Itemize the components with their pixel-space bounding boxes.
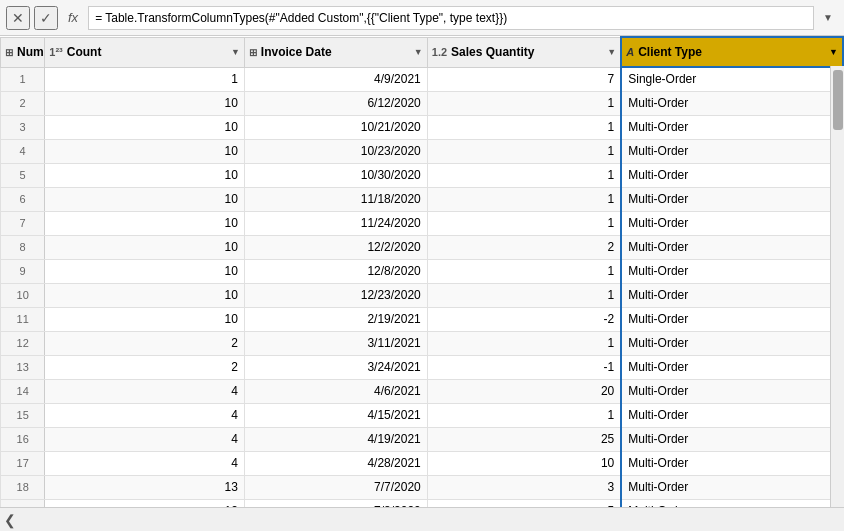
table-row: 91012/8/20201Multi-Order (1, 259, 844, 283)
date-cell: 2/19/2021 (244, 307, 427, 331)
table-row: 1223/11/20211Multi-Order (1, 331, 844, 355)
row-number: 15 (1, 403, 45, 427)
row-number: 16 (1, 427, 45, 451)
table-row: 1323/24/2021-1Multi-Order (1, 355, 844, 379)
col-sales-dropdown[interactable]: ▼ (607, 47, 616, 57)
sales-cell: 10 (427, 451, 621, 475)
header-row: ⊞ Num ▼ 1²³ Count ▼ (1, 37, 844, 67)
date-cell: 4/19/2021 (244, 427, 427, 451)
sales-cell: 1 (427, 331, 621, 355)
table-row: 71011/24/20201Multi-Order (1, 211, 844, 235)
date-cell: 3/24/2021 (244, 355, 427, 379)
row-number: 1 (1, 67, 45, 91)
col-header-num: ⊞ Num ▼ (1, 37, 45, 67)
count-cell: 10 (45, 283, 245, 307)
table-row: 2106/12/20201Multi-Order (1, 91, 844, 115)
count-cell: 2 (45, 331, 245, 355)
table-row: 31010/21/20201Multi-Order (1, 115, 844, 139)
row-number: 6 (1, 187, 45, 211)
count-cell: 10 (45, 115, 245, 139)
col-count-dropdown[interactable]: ▼ (231, 47, 240, 57)
client-cell: Multi-Order (621, 403, 843, 427)
row-number: 2 (1, 91, 45, 115)
sales-cell: 20 (427, 379, 621, 403)
col-count-label: Count (67, 45, 102, 59)
client-cell: Multi-Order (621, 259, 843, 283)
table-row: 61011/18/20201Multi-Order (1, 187, 844, 211)
date-cell: 6/12/2020 (244, 91, 427, 115)
row-number: 10 (1, 283, 45, 307)
table-row: 11102/19/2021-2Multi-Order (1, 307, 844, 331)
row-number: 8 (1, 235, 45, 259)
col-header-count: 1²³ Count ▼ (45, 37, 245, 67)
row-number: 11 (1, 307, 45, 331)
col-header-client[interactable]: A Client Type ▼ (621, 37, 843, 67)
date-cell: 7/7/2020 (244, 475, 427, 499)
table-row: 1544/15/20211Multi-Order (1, 403, 844, 427)
client-icon: A (626, 46, 634, 58)
count-cell: 1 (45, 67, 245, 91)
client-cell: Multi-Order (621, 355, 843, 379)
sales-cell: 1 (427, 259, 621, 283)
sales-cell: -1 (427, 355, 621, 379)
sales-cell: -2 (427, 307, 621, 331)
table-row: 51010/30/20201Multi-Order (1, 163, 844, 187)
count-cell: 4 (45, 403, 245, 427)
sales-cell: 7 (427, 67, 621, 91)
table-row: 101012/23/20201Multi-Order (1, 283, 844, 307)
sales-cell: 1 (427, 187, 621, 211)
fx-label: fx (62, 10, 84, 25)
date-cell: 10/30/2020 (244, 163, 427, 187)
col-header-sales: 1.2 Sales Quantity ▼ (427, 37, 621, 67)
formula-input[interactable] (88, 6, 814, 30)
row-number: 17 (1, 451, 45, 475)
sales-cell: 1 (427, 115, 621, 139)
client-cell: Multi-Order (621, 91, 843, 115)
vertical-scrollbar[interactable] (830, 66, 844, 517)
col-client-dropdown[interactable]: ▼ (829, 47, 838, 57)
client-cell: Multi-Order (621, 211, 843, 235)
row-number: 5 (1, 163, 45, 187)
table-row: 1644/19/202125Multi-Order (1, 427, 844, 451)
count-icon: 1²³ (49, 46, 62, 58)
scroll-left-button[interactable]: ❮ (4, 512, 16, 528)
col-date-dropdown[interactable]: ▼ (414, 47, 423, 57)
count-cell: 4 (45, 427, 245, 451)
table-row: 1744/28/202110Multi-Order (1, 451, 844, 475)
sales-icon: 1.2 (432, 46, 447, 58)
sales-cell: 1 (427, 403, 621, 427)
client-cell: Multi-Order (621, 331, 843, 355)
formula-bar: ✕ ✓ fx ▼ (0, 0, 844, 36)
count-cell: 2 (45, 355, 245, 379)
table-container: ⊞ Num ▼ 1²³ Count ▼ (0, 36, 844, 531)
date-icon: ⊞ (249, 47, 257, 58)
sales-cell: 1 (427, 283, 621, 307)
table-row: 1444/6/202120Multi-Order (1, 379, 844, 403)
date-cell: 3/11/2021 (244, 331, 427, 355)
client-cell: Multi-Order (621, 451, 843, 475)
count-cell: 10 (45, 211, 245, 235)
sales-cell: 1 (427, 163, 621, 187)
date-cell: 12/23/2020 (244, 283, 427, 307)
count-cell: 10 (45, 91, 245, 115)
count-cell: 10 (45, 163, 245, 187)
client-cell: Multi-Order (621, 475, 843, 499)
row-number: 18 (1, 475, 45, 499)
scrollbar-thumb[interactable] (833, 70, 843, 130)
row-number: 7 (1, 211, 45, 235)
close-button[interactable]: ✕ (6, 6, 30, 30)
col-client-label: Client Type (638, 45, 702, 59)
count-cell: 4 (45, 451, 245, 475)
row-number: 3 (1, 115, 45, 139)
date-cell: 11/24/2020 (244, 211, 427, 235)
sales-cell: 1 (427, 139, 621, 163)
date-cell: 4/28/2021 (244, 451, 427, 475)
client-cell: Multi-Order (621, 139, 843, 163)
date-cell: 4/6/2021 (244, 379, 427, 403)
sales-cell: 2 (427, 235, 621, 259)
table-icon: ⊞ (5, 47, 13, 58)
sales-cell: 25 (427, 427, 621, 451)
check-button[interactable]: ✓ (34, 6, 58, 30)
sales-cell: 1 (427, 211, 621, 235)
expand-button[interactable]: ▼ (818, 6, 838, 30)
